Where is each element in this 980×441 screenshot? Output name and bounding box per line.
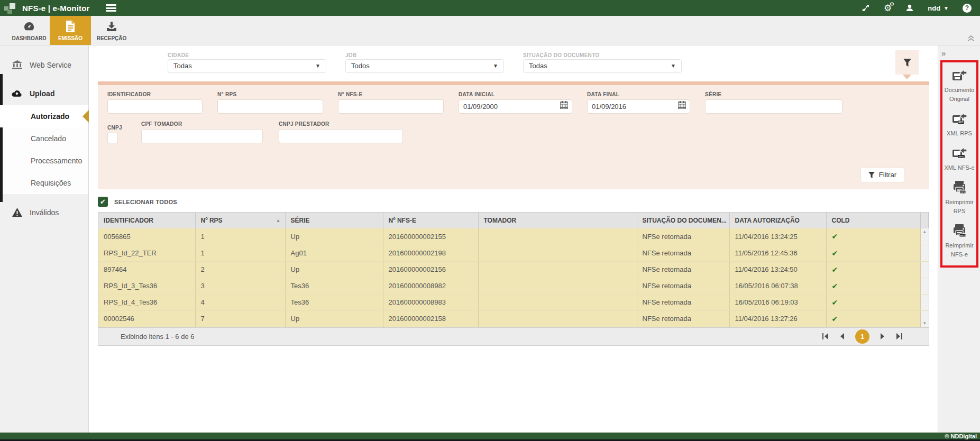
sidebar-item-cancelado[interactable]: Cancelado bbox=[0, 127, 88, 150]
cell-situacao: NFSe retornada bbox=[637, 310, 729, 327]
bank-icon bbox=[12, 60, 22, 69]
user-icon[interactable] bbox=[905, 4, 914, 12]
sidebar-item-processamento[interactable]: Processamento bbox=[0, 150, 88, 172]
situacao-select[interactable]: SITUAÇÃO DO DOCUMENTO Todas▼ bbox=[523, 52, 682, 73]
cnpj-checkbox[interactable] bbox=[107, 133, 118, 143]
documento-original-button[interactable]: DocumentoOriginal bbox=[942, 68, 976, 104]
action-label: NFS-e bbox=[951, 251, 968, 258]
pagination-info: Exibindo itens 1 - 6 de 6 bbox=[121, 333, 194, 341]
table-scrollbar[interactable]: ▼ bbox=[921, 310, 929, 327]
download-tray-icon bbox=[105, 20, 118, 33]
xml-nfse-button[interactable]: NFSe XML NFS-e bbox=[942, 145, 976, 172]
table-row[interactable]: RPS_Id_3_Tes363Tes36201600000008982NFSe … bbox=[98, 278, 929, 294]
n-nfse-input[interactable] bbox=[338, 99, 444, 114]
reimprimir-nfse-button[interactable]: NFS-e ReimprimirNFS-e bbox=[942, 223, 976, 259]
cnpj-prestador-input[interactable] bbox=[279, 129, 403, 143]
cnpj-field: CNPJ bbox=[107, 125, 122, 143]
chevron-down-icon: ▼ bbox=[944, 5, 949, 11]
menu-hamburger-icon[interactable] bbox=[106, 4, 116, 12]
cell-identificador: RPS_Id_4_Tes36 bbox=[98, 294, 195, 310]
tab-recepcao[interactable]: RECEPÇÃO bbox=[91, 16, 132, 45]
sidebar-item-upload[interactable]: Upload bbox=[0, 82, 88, 105]
table-scrollbar[interactable] bbox=[921, 261, 929, 278]
table-scrollbar[interactable] bbox=[921, 294, 929, 310]
field-label: N° NFS-E bbox=[338, 91, 444, 97]
cloud-upload-icon bbox=[12, 90, 22, 98]
cold-check-icon: ✔ bbox=[832, 232, 838, 241]
sidebar-item-label: Cancelado bbox=[31, 134, 66, 143]
sidebar-item-web-service[interactable]: Web Service bbox=[0, 53, 88, 77]
cell-nfse: 201600000002158 bbox=[383, 310, 478, 327]
data-final-input[interactable] bbox=[587, 99, 690, 114]
tab-label: DASHBOARD bbox=[12, 35, 47, 41]
table-row[interactable]: 00568651Up201600000002155NFSe retornada1… bbox=[98, 228, 929, 245]
settings-gears-icon[interactable]: ⚙⚙ bbox=[884, 4, 892, 13]
xml-rps-button[interactable]: RPS XML RPS bbox=[942, 111, 976, 138]
right-action-sidebar: » DocumentoOriginal RPS XML RPS NFSe XML… bbox=[938, 45, 980, 433]
job-select[interactable]: JOB Todos▼ bbox=[345, 52, 504, 73]
col-cold[interactable]: COLD bbox=[826, 213, 921, 228]
col-situacao[interactable]: SITUAÇÃO DO DOCUMEN... bbox=[637, 213, 729, 228]
prev-page-button[interactable] bbox=[840, 333, 845, 339]
cpf-tomador-input[interactable] bbox=[141, 129, 263, 143]
col-serie[interactable]: SÉRIE bbox=[285, 213, 383, 228]
cell-serie: Tes36 bbox=[285, 294, 383, 310]
scroll-down-icon[interactable]: ▼ bbox=[921, 321, 929, 326]
next-page-button[interactable] bbox=[880, 333, 885, 339]
identificador-field: IDENTIFICADOR bbox=[107, 91, 203, 114]
collapse-sidebar-icon[interactable]: » bbox=[941, 49, 946, 58]
collapse-tabbar-icon[interactable] bbox=[967, 35, 975, 43]
reimprimir-rps-button[interactable]: RPS ReimprimirRPS bbox=[942, 180, 976, 216]
svg-text:RPS: RPS bbox=[958, 121, 963, 124]
fullscreen-icon[interactable] bbox=[862, 4, 870, 12]
select-all-checkbox[interactable]: ✔ bbox=[98, 197, 108, 207]
data-inicial-input[interactable] bbox=[459, 99, 572, 114]
table-scrollbar[interactable] bbox=[921, 278, 929, 294]
cell-rps: 1 bbox=[195, 228, 285, 245]
sidebar-item-invalidos[interactable]: Inválidos bbox=[0, 200, 88, 224]
col-n-nfse[interactable]: Nº NFS-E bbox=[383, 213, 478, 228]
tab-dashboard[interactable]: DASHBOARD bbox=[8, 16, 50, 45]
help-icon[interactable]: ? bbox=[963, 4, 972, 13]
sidebar-item-requisicoes[interactable]: Requisições bbox=[0, 172, 88, 194]
last-page-button[interactable] bbox=[895, 333, 902, 339]
action-label: Documento bbox=[945, 87, 974, 93]
job-label: JOB bbox=[345, 52, 504, 58]
situacao-label: SITUAÇÃO DO DOCUMENTO bbox=[523, 52, 682, 58]
col-tomador[interactable]: TOMADOR bbox=[478, 213, 637, 228]
toggle-filter-panel-button[interactable] bbox=[895, 50, 919, 75]
cell-serie: Up bbox=[285, 310, 383, 327]
cell-tomador bbox=[478, 310, 637, 327]
tab-emissao[interactable]: EMISSÃO bbox=[50, 16, 91, 45]
filter-dropdown-row: CIDADE Todas▼ JOB Todos▼ SITUAÇÃO DO DOC… bbox=[89, 45, 938, 79]
n-rps-input[interactable] bbox=[217, 99, 323, 114]
table-row[interactable]: 000025467Up201600000002158NFSe retornada… bbox=[98, 310, 929, 327]
cidade-select[interactable]: CIDADE Todas▼ bbox=[168, 52, 326, 73]
col-data-autorizacao[interactable]: DATA AUTORIZAÇÃO bbox=[729, 213, 826, 228]
scroll-up-icon[interactable]: ▲ bbox=[921, 229, 929, 234]
cell-data: 11/04/2016 13:24:25 bbox=[729, 228, 826, 245]
sidebar-item-autorizado[interactable]: Autorizado bbox=[0, 105, 88, 127]
table-scrollbar[interactable] bbox=[921, 245, 929, 261]
cell-situacao: NFSe retornada bbox=[637, 245, 729, 261]
table-row[interactable]: RPS_Id_22_TER1Ag01201600000002198NFSe re… bbox=[98, 245, 929, 261]
filtrar-button[interactable]: Filtrar bbox=[861, 168, 904, 182]
table-scrollbar[interactable]: ▲ bbox=[921, 228, 929, 245]
table-row[interactable]: RPS_Id_4_Tes364Tes36201600000008983NFSe … bbox=[98, 294, 929, 310]
n-nfse-field: N° NFS-E bbox=[338, 91, 444, 114]
serie-field: SÉRIE bbox=[705, 91, 842, 114]
cold-check-icon: ✔ bbox=[832, 265, 838, 274]
serie-input[interactable] bbox=[705, 99, 842, 114]
first-page-button[interactable] bbox=[822, 333, 829, 339]
user-menu[interactable]: ndd ▼ bbox=[928, 4, 949, 12]
col-identificador[interactable]: IDENTIFICADOR bbox=[98, 213, 195, 228]
current-page-badge[interactable]: 1 bbox=[855, 329, 869, 344]
cell-cold: ✔ bbox=[826, 261, 921, 278]
export-xml-nfse-icon: NFSe bbox=[951, 145, 967, 160]
printer-nfse-icon: NFS-e bbox=[951, 223, 967, 238]
identificador-input[interactable] bbox=[107, 99, 203, 114]
field-label: DATA INICIAL bbox=[459, 91, 572, 97]
footer-bar: © NDDigital bbox=[0, 433, 980, 439]
table-row[interactable]: 8974642Up201600000002156NFSe retornada11… bbox=[98, 261, 929, 278]
col-n-rps[interactable]: Nº RPS▲ bbox=[195, 213, 285, 228]
